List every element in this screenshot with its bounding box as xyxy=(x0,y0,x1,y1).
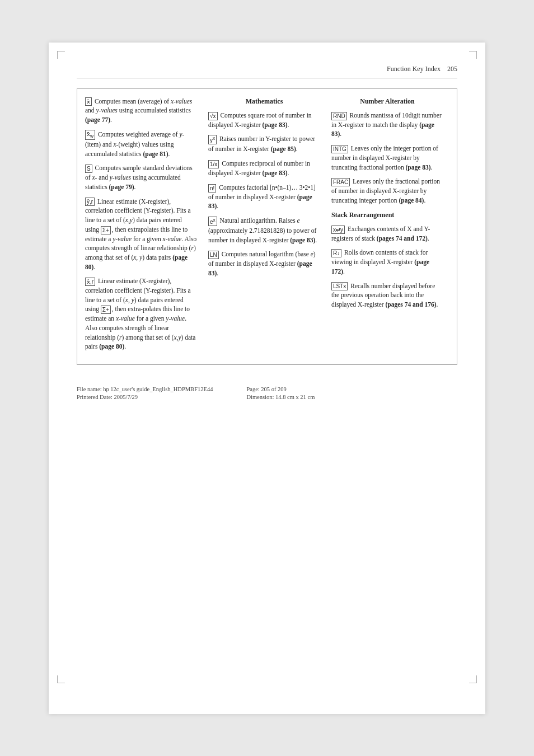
corner-tl xyxy=(57,51,65,59)
key-xchangey: x⇄y xyxy=(331,226,345,234)
key-sigma-plus2: Σ+ xyxy=(101,306,111,314)
footer-left: File name: hp 12c_user's guide_English_H… xyxy=(77,386,213,400)
col2: Mathematics √x Computes square root of n… xyxy=(203,97,326,357)
col2-title: Mathematics xyxy=(208,97,320,106)
key-xbar: x̄ xyxy=(85,97,92,106)
entry-ln: LN Computes natural logarithm (base e) o… xyxy=(208,250,320,278)
entry-sqrt: √x Computes square root of number in dis… xyxy=(208,111,320,130)
page-ref-83g: (page 83) xyxy=(406,164,431,171)
text-xvalues: x-values xyxy=(171,98,192,105)
page-ref-84: (page 84) xyxy=(399,197,424,204)
content-box: x̄ Computes mean (average) of x-values a… xyxy=(77,88,457,365)
col3-title2: Stack Rearrangement xyxy=(331,210,443,220)
text-x-weight: x- xyxy=(113,141,118,148)
entry-recip: 1/x Computes reciprocal of number in dis… xyxy=(208,159,320,178)
key-recip: 1/x xyxy=(208,160,219,168)
corner-bl xyxy=(57,675,65,683)
page-ref-81a: (page 81) xyxy=(143,151,168,157)
col3: Number Alteration RND Rounds mantissa of… xyxy=(326,97,449,357)
key-xbarw: x̄w xyxy=(85,130,95,140)
page-ref-83b: (page 83) xyxy=(262,170,287,176)
footer-page: Page: 205 of 209 xyxy=(246,386,315,392)
col3-title: Number Alteration xyxy=(331,97,443,106)
page-ref-83a: (page 83) xyxy=(262,121,287,128)
key-nfact: n! xyxy=(208,184,216,192)
corner-tr xyxy=(469,51,477,59)
page-ref-77: (page 77) xyxy=(85,116,110,123)
entry-xhatr: x̂,r Linear estimate (X-register), corre… xyxy=(85,276,197,351)
page-ref-85: (page 85) xyxy=(271,145,296,152)
footer-filename: File name: hp 12c_user's guide_English_H… xyxy=(77,386,213,392)
key-s: S xyxy=(85,165,92,173)
footer-dimension: Dimension: 14.8 cm x 21 cm xyxy=(246,394,315,400)
key-sqrt: √x xyxy=(208,112,218,120)
page-ref-74-176: (pages 74 and 176) xyxy=(385,301,436,308)
page-ref-83f: (page 83) xyxy=(331,121,434,138)
col1: x̄ Computes mean (average) of x-values a… xyxy=(85,97,203,357)
page-header: Function Key Index 205 xyxy=(77,65,457,78)
entry-ex: ex Natural antilogarithm. Raises e (appr… xyxy=(208,216,320,245)
entry-intg: INTG Leaves only the integer portion of … xyxy=(331,144,443,172)
key-xhatr: x̂,r xyxy=(85,278,95,286)
key-frac: FRAC xyxy=(331,178,350,186)
entry-rnd: RND Rounds mantissa of 10digit number in… xyxy=(331,111,443,139)
key-sigma-plus1: Σ+ xyxy=(101,226,111,234)
key-ln: LN xyxy=(208,251,219,259)
entry-s: S Computes sample standard deviations of… xyxy=(85,163,197,191)
header-page: 205 xyxy=(447,65,457,73)
text-x-: x- xyxy=(92,174,97,181)
entry-frac: FRAC Leaves only the fractional portion … xyxy=(331,177,443,205)
footer-date: Printered Date: 2005/7/29 xyxy=(77,394,213,400)
page-ref-172: (page 172) xyxy=(331,259,429,275)
entry-yx: yx Raises number in Y-register to power … xyxy=(208,134,320,154)
page-ref-83d: (page 83) xyxy=(290,237,315,243)
key-yhatr: ŷ,r xyxy=(85,198,95,206)
text-y-item: y- xyxy=(180,131,185,138)
key-yx: yx xyxy=(208,135,217,144)
entry-lstx: LSTx Recalls number displayed before the… xyxy=(331,281,443,309)
entry-nfact: n! Computes factorial [n•(n–1)… 3•2•1] o… xyxy=(208,183,320,211)
page-ref-74-172: (pages 74 and 172) xyxy=(377,235,428,242)
header-title: Function Key Index xyxy=(387,65,441,73)
text-y-values: y-values xyxy=(110,174,131,181)
entry-xchangey: x⇄y Exchanges contents of X and Y-regist… xyxy=(331,224,443,243)
key-ex: ex xyxy=(208,217,217,226)
page-footer: File name: hp 12c_user's guide_English_H… xyxy=(77,382,457,400)
key-rnd: RND xyxy=(331,112,347,120)
corner-br xyxy=(469,675,477,683)
text-yvalues: y-values xyxy=(96,107,117,114)
page: Function Key Index 205 x̄ Computes mean … xyxy=(49,43,485,714)
footer-right: Page: 205 of 209 Dimension: 14.8 cm x 21… xyxy=(246,386,315,400)
entry-yhatr: ŷ,r Linear estimate (X-register), correl… xyxy=(85,197,197,272)
entry-xbarw: x̄w Computes weighted average of y-(item… xyxy=(85,130,197,159)
entry-xbar: x̄ Computes mean (average) of x-values a… xyxy=(85,97,197,125)
entry-rolldown: R↓ Rolls down contents of stack for view… xyxy=(331,248,443,276)
page-ref-83e: (page 83) xyxy=(208,260,312,276)
key-lstx: LSTx xyxy=(331,282,348,290)
page-ref-79: (page 79) xyxy=(109,184,134,190)
key-rolldown: R↓ xyxy=(331,249,341,257)
page-ref-83c: (page 83) xyxy=(208,194,312,210)
key-intg: INTG xyxy=(331,145,348,153)
page-ref-80b: (page 80) xyxy=(99,343,124,350)
